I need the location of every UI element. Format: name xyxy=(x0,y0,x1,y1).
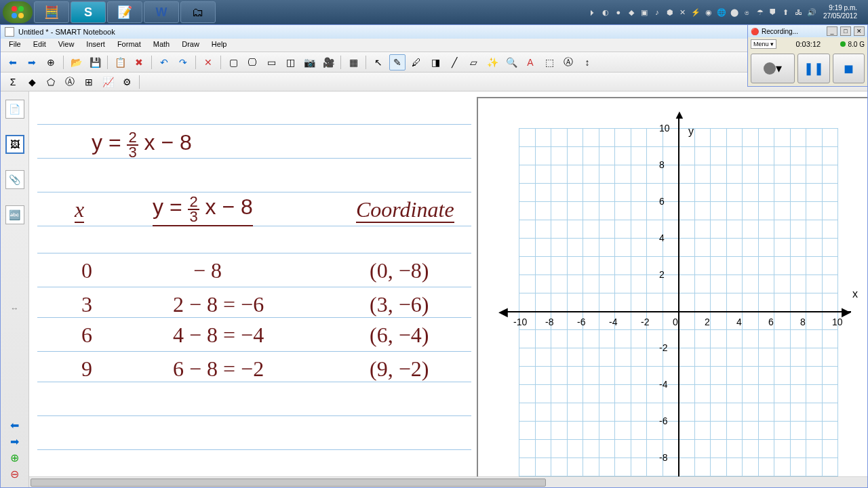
menu-edit[interactable]: Edit xyxy=(28,39,52,52)
window-title: Untitled * - SMART Notebook xyxy=(18,28,115,36)
close-button[interactable]: ✕ xyxy=(854,26,865,36)
pen-tool[interactable]: ✎ xyxy=(389,54,406,70)
gallery-tab[interactable]: 🖼 xyxy=(5,135,24,154)
tray-icon[interactable]: ● xyxy=(613,7,624,18)
graph-panel: ◀▶▲▼-10-8-6-4-20246810-10-8-6-4-2246810 … xyxy=(477,97,867,487)
attachments-tab[interactable]: 📎 xyxy=(5,170,24,189)
col-header-x: x xyxy=(75,199,84,223)
next-page-arrow[interactable]: ➡ xyxy=(6,434,24,448)
recorder-menu-dropdown[interactable]: Menu ▾ xyxy=(751,39,776,49)
row-x: 0 xyxy=(81,260,92,281)
taskbar-app-word[interactable]: W xyxy=(144,1,179,23)
taskbar-app-calc[interactable]: 🧮 xyxy=(34,1,69,23)
select-tool[interactable]: ↖ xyxy=(370,54,387,70)
tray-icon[interactable]: ⏵ xyxy=(587,7,598,18)
stop-button[interactable]: ◼ xyxy=(833,54,865,83)
save-button[interactable]: 💾 xyxy=(87,54,103,70)
titlebar: Untitled * - SMART Notebook xyxy=(1,25,867,39)
grid-button[interactable]: ⊞ xyxy=(81,74,97,90)
menu-help[interactable]: Help xyxy=(206,39,233,52)
tray-volume-icon[interactable]: 🔊 xyxy=(806,7,817,18)
tray-icon[interactable]: 🖧 xyxy=(793,7,804,18)
magic-pen-tool[interactable]: ✨ xyxy=(484,54,500,70)
y-axis-label: y xyxy=(688,125,694,138)
maximize-button[interactable]: □ xyxy=(840,26,851,36)
prev-page-arrow[interactable]: ⬅ xyxy=(6,418,24,432)
menu-insert[interactable]: Insert xyxy=(81,39,111,52)
add-slide-button[interactable]: ⊕ xyxy=(6,451,24,464)
back-button[interactable]: ⬅ xyxy=(5,54,21,70)
row-coord: (6, −4) xyxy=(370,324,429,346)
capture-button[interactable]: 📷 xyxy=(301,54,317,70)
dual-page-button[interactable]: ▭ xyxy=(263,54,279,70)
tray-icon[interactable]: ⛊ xyxy=(768,7,778,18)
tray-icon[interactable]: ⚡ xyxy=(690,7,701,18)
taskbar-app-skype[interactable]: S xyxy=(71,1,106,23)
tray-icon[interactable]: ⬢ xyxy=(665,7,675,18)
toolbar-math: Σ ◆ ⬠ Ⓐ ⊞ 📈 ⚙ xyxy=(1,73,867,92)
page-sorter-tab[interactable]: 📄 xyxy=(5,100,24,119)
redo-button[interactable]: ↷ xyxy=(175,54,191,70)
menu-format[interactable]: Format xyxy=(112,39,146,52)
clear-button[interactable]: ✕ xyxy=(200,54,216,70)
irregular-button[interactable]: ⬠ xyxy=(43,74,59,90)
creative-pen-tool[interactable]: 🖊 xyxy=(408,54,425,70)
tray-icon[interactable]: ⬆ xyxy=(781,7,791,18)
fullscreen-button[interactable]: 🖵 xyxy=(244,54,260,70)
tools-button[interactable]: ⚙ xyxy=(119,74,135,90)
tray-icon[interactable]: ♪ xyxy=(652,7,663,18)
sigma-button[interactable]: Σ xyxy=(5,74,21,90)
measurement-button[interactable]: Ⓐ xyxy=(560,54,576,70)
forward-button[interactable]: ➡ xyxy=(24,54,40,70)
row-calc: 6 − 8 = −2 xyxy=(173,358,264,380)
tray-icon[interactable]: ▣ xyxy=(639,7,650,18)
menu-file[interactable]: File xyxy=(3,39,26,52)
open-button[interactable]: 📂 xyxy=(68,54,84,70)
record-button[interactable]: ▾ xyxy=(751,54,795,83)
start-button[interactable] xyxy=(3,1,33,23)
taskbar-app-explorer[interactable]: 🗂 xyxy=(180,1,216,23)
properties-tab[interactable]: 🔤 xyxy=(5,205,24,224)
shapes-button[interactable]: ◆ xyxy=(24,74,40,90)
screen-shade-button[interactable]: ▢ xyxy=(225,54,241,70)
tray-icon[interactable]: 🌐 xyxy=(716,7,727,18)
undo-button[interactable]: ↶ xyxy=(156,54,172,70)
menu-math[interactable]: Math xyxy=(148,39,175,52)
table-button[interactable]: ▦ xyxy=(345,54,361,70)
text-tool[interactable]: A xyxy=(522,54,538,70)
line-tool[interactable]: ╱ xyxy=(446,54,462,70)
minimize-button[interactable]: _ xyxy=(827,26,837,36)
panel-resize-handle[interactable]: ↔ xyxy=(10,295,20,322)
tray-icon[interactable]: ✕ xyxy=(677,7,688,18)
compass-button[interactable]: Ⓐ xyxy=(62,74,78,90)
eraser-tool[interactable]: ◨ xyxy=(427,54,443,70)
paste-button[interactable]: 📋 xyxy=(112,54,128,70)
recorder-titlebar[interactable]: 🔴 Recording... _ □ ✕ xyxy=(748,25,867,37)
add-page-button[interactable]: ⊕ xyxy=(43,54,59,70)
document-camera-button[interactable]: 🎥 xyxy=(320,54,336,70)
ruled-paper: y = 23 x − 8 x y = 23 x − 8 Coordinate 0… xyxy=(37,97,471,487)
x-axis-label: x xyxy=(852,288,858,300)
tray-icon[interactable]: ⍟ xyxy=(742,7,753,18)
graph-button[interactable]: 📈 xyxy=(100,74,116,90)
tray-icon[interactable]: ◐ xyxy=(600,7,611,18)
shape-tool[interactable]: ▱ xyxy=(465,54,481,70)
delete-button[interactable]: ✖ xyxy=(131,54,147,70)
horizontal-scrollbar[interactable] xyxy=(29,476,867,487)
row-calc: 4 − 8 = −4 xyxy=(173,324,264,346)
fill-tool[interactable]: 🔍 xyxy=(503,54,519,70)
menu-view[interactable]: View xyxy=(53,39,80,52)
delete-slide-button[interactable]: ⊖ xyxy=(6,467,24,481)
tray-icon[interactable]: ◉ xyxy=(703,7,714,18)
tray-icon[interactable]: ◆ xyxy=(626,7,637,18)
taskbar-app-notebook[interactable]: 📝 xyxy=(107,1,142,23)
menu-draw[interactable]: Draw xyxy=(176,39,205,52)
properties-button[interactable]: ⬚ xyxy=(541,54,557,70)
pause-button[interactable]: ❚❚ xyxy=(797,54,829,83)
taskbar-clock[interactable]: 9:19 p.m. 27/05/2012 xyxy=(819,4,861,20)
tray-icon[interactable]: ☂ xyxy=(755,7,766,18)
canvas[interactable]: y = 23 x − 8 x y = 23 x − 8 Coordinate 0… xyxy=(29,92,867,487)
tray-icon[interactable]: ⬤ xyxy=(729,7,740,18)
move-toolbar-button[interactable]: ↕ xyxy=(579,54,595,70)
transparent-button[interactable]: ◫ xyxy=(282,54,298,70)
